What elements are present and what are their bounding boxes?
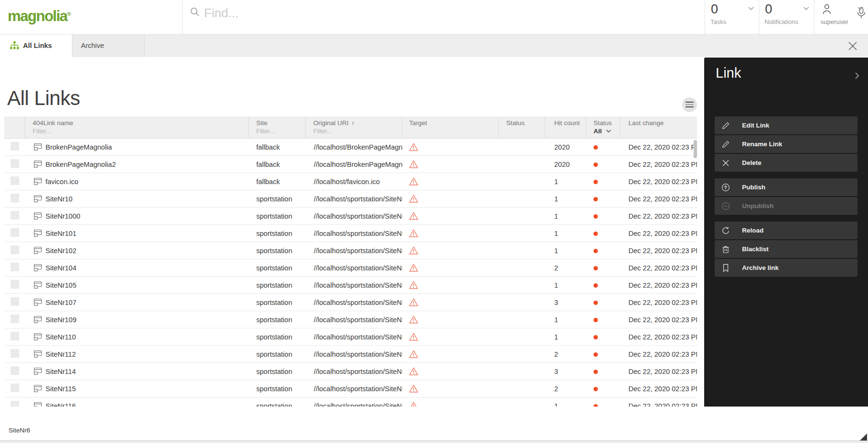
table-row[interactable]: SiteNr107 sportstation //localhost/sport… bbox=[4, 294, 697, 311]
chevron-down-icon bbox=[803, 7, 809, 11]
site-cell: sportstation bbox=[249, 264, 306, 272]
hit-count-cell: 1 bbox=[545, 195, 586, 203]
status-dot bbox=[594, 163, 598, 167]
original-uri-cell: //localhost/sportstation/SiteNr bbox=[306, 247, 402, 255]
uri-filter-input[interactable]: Filter... bbox=[313, 128, 402, 135]
last-change-cell: Dec 22, 2020 02:23 PM bbox=[620, 264, 697, 272]
table-row[interactable]: BrokenPageMagnolia fallback //localhost/… bbox=[4, 139, 697, 156]
table-row[interactable]: SiteNr10 sportstation //localhost/sports… bbox=[4, 190, 697, 208]
chevron-right-icon[interactable] bbox=[855, 72, 859, 80]
row-checkbox[interactable] bbox=[11, 332, 19, 340]
user-name: superuser bbox=[821, 18, 848, 25]
last-change-cell: Dec 22, 2020 02:23 PM bbox=[620, 368, 697, 375]
resize-grip[interactable] bbox=[860, 433, 867, 441]
table-row[interactable]: SiteNr1000 sportstation //localhost/spor… bbox=[4, 208, 697, 225]
column-header-pub-status[interactable]: Status All bbox=[586, 117, 620, 139]
site-filter-input[interactable]: Filter... bbox=[256, 128, 305, 135]
last-change-cell: Dec 22, 2020 02:23 PM bbox=[620, 143, 697, 151]
main-content: All Links 404Link name Filter... Site Fi… bbox=[0, 57, 701, 407]
tab-label: All Links bbox=[23, 42, 52, 49]
original-uri-cell: //localhost/sportstation/SiteNr bbox=[306, 281, 402, 289]
sort-ascending-icon[interactable]: ↑ bbox=[352, 119, 355, 127]
site-cell: fallback bbox=[249, 143, 306, 151]
last-change-cell: Dec 22, 2020 02:23 PM bbox=[620, 333, 697, 341]
hit-count-cell: 3 bbox=[545, 299, 586, 306]
name-filter-input[interactable]: Filter... bbox=[33, 128, 248, 135]
tasks-count: 0 bbox=[711, 2, 718, 17]
row-checkbox[interactable] bbox=[11, 315, 19, 323]
notifications-pulldown[interactable]: 0 Notifications bbox=[759, 0, 814, 34]
row-checkbox[interactable] bbox=[11, 194, 19, 202]
user-menu[interactable]: superuser bbox=[814, 0, 868, 34]
last-change-cell: Dec 22, 2020 02:23 PM bbox=[620, 178, 697, 186]
table-row[interactable]: favicon.ico fallback //localhost/favicon… bbox=[4, 173, 697, 190]
table-row[interactable]: SiteNr105 sportstation //localhost/sport… bbox=[4, 277, 697, 294]
column-header-original-uri[interactable]: Original URI↑ Filter... bbox=[306, 117, 402, 139]
page-icon bbox=[34, 367, 42, 375]
action-button[interactable]: Blacklist bbox=[715, 240, 857, 258]
warning-icon bbox=[409, 350, 418, 358]
table-row[interactable]: SiteNr115 sportstation //localhost/sport… bbox=[4, 380, 697, 397]
panel-title: Link bbox=[716, 65, 741, 81]
magnolia-logo[interactable]: magnolia® bbox=[8, 8, 71, 25]
search-input[interactable] bbox=[204, 4, 635, 22]
table-row[interactable]: SiteNr114 sportstation //localhost/sport… bbox=[4, 363, 697, 380]
row-checkbox[interactable] bbox=[11, 384, 19, 392]
warning-icon bbox=[409, 264, 418, 272]
column-header-target[interactable]: Target bbox=[402, 117, 499, 139]
chevron-down-icon bbox=[857, 7, 863, 11]
row-checkbox[interactable] bbox=[11, 366, 19, 375]
table-row[interactable]: SiteNr101 sportstation //localhost/sport… bbox=[4, 225, 697, 242]
row-checkbox[interactable] bbox=[11, 297, 19, 306]
status-dot bbox=[594, 266, 598, 270]
site-cell: fallback bbox=[249, 178, 306, 186]
action-button[interactable]: Reload bbox=[715, 222, 857, 239]
action-button[interactable]: Unpublish bbox=[715, 197, 857, 215]
tab-all-links[interactable]: All Links bbox=[0, 35, 72, 57]
pencil-icon bbox=[721, 140, 730, 149]
row-checkbox[interactable] bbox=[11, 349, 19, 358]
site-cell: sportstation bbox=[249, 402, 306, 407]
vertical-scrollbar-thumb[interactable] bbox=[694, 140, 697, 158]
tasks-pulldown[interactable]: 0 Tasks bbox=[705, 0, 759, 34]
table-row[interactable]: SiteNr112 sportstation //localhost/sport… bbox=[4, 346, 697, 363]
action-button[interactable]: Rename Link bbox=[715, 135, 857, 153]
row-checkbox[interactable] bbox=[11, 280, 19, 289]
column-header-last-change[interactable]: Last change bbox=[620, 117, 697, 139]
bookmark-icon bbox=[721, 264, 730, 272]
action-button[interactable]: Edit Link bbox=[715, 117, 857, 134]
close-icon[interactable] bbox=[848, 41, 857, 51]
row-checkbox[interactable] bbox=[11, 245, 19, 254]
warning-icon bbox=[409, 143, 418, 151]
site-cell: sportstation bbox=[249, 281, 306, 289]
table-row[interactable]: SiteNr102 sportstation //localhost/sport… bbox=[4, 242, 697, 259]
row-checkbox[interactable] bbox=[11, 142, 19, 151]
table-row[interactable]: SiteNr109 sportstation //localhost/sport… bbox=[4, 311, 697, 328]
table-row[interactable]: BrokenPageMagnolia2 fallback //localhost… bbox=[4, 156, 697, 173]
row-checkbox[interactable] bbox=[11, 401, 19, 407]
table-row[interactable]: SiteNr104 sportstation //localhost/sport… bbox=[4, 259, 697, 277]
list-options-button[interactable] bbox=[682, 97, 697, 112]
tab-archive[interactable]: Archive bbox=[72, 35, 145, 57]
table-row[interactable]: SiteNr116 sportstation //localhost/sport… bbox=[4, 397, 697, 407]
row-checkbox[interactable] bbox=[11, 211, 19, 220]
row-checkbox[interactable] bbox=[11, 228, 19, 237]
column-header-hit-count[interactable]: Hit count bbox=[545, 117, 586, 139]
table-row[interactable]: SiteNr110 sportstation //localhost/sport… bbox=[4, 328, 697, 346]
warning-icon bbox=[409, 367, 418, 375]
status-filter-select[interactable]: All bbox=[594, 128, 620, 135]
action-groups: Edit Link Rename Link Delete Publish Unp… bbox=[715, 117, 857, 283]
row-checkbox[interactable] bbox=[11, 159, 19, 168]
action-button[interactable]: Archive link bbox=[715, 259, 857, 277]
column-header-name[interactable]: 404Link name Filter... bbox=[25, 117, 249, 139]
site-cell: sportstation bbox=[249, 333, 306, 341]
column-header-status[interactable]: Status bbox=[499, 117, 545, 139]
site-cell: fallback bbox=[249, 161, 306, 168]
row-checkbox[interactable] bbox=[11, 176, 19, 185]
action-button[interactable]: Publish bbox=[715, 178, 857, 196]
warning-icon bbox=[409, 160, 418, 168]
row-checkbox[interactable] bbox=[11, 263, 19, 271]
action-button[interactable]: Delete bbox=[715, 154, 857, 172]
page-icon bbox=[34, 298, 42, 306]
column-header-site[interactable]: Site Filter... bbox=[249, 117, 306, 139]
